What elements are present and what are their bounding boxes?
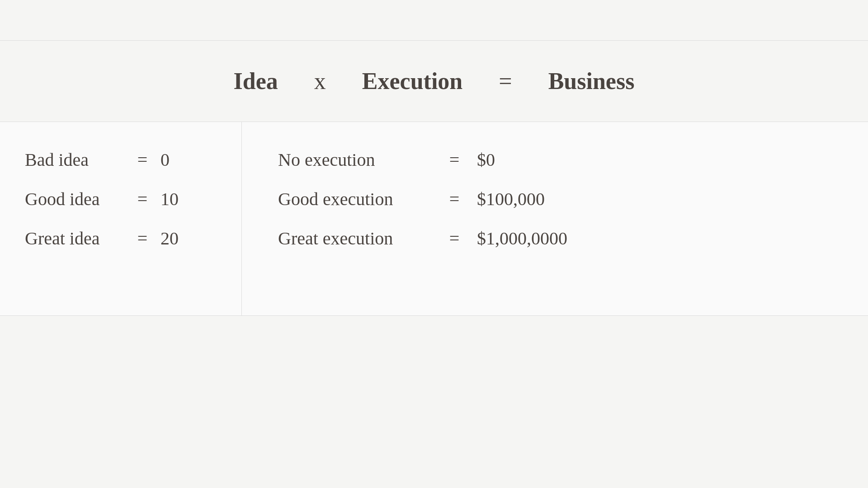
top-bar	[0, 0, 868, 41]
table-row: Great idea = 20	[25, 228, 217, 249]
table-row: Great execution = $1,000,0000	[278, 228, 832, 249]
left-panel: Bad idea = 0 Good idea = 10 Great idea =…	[0, 122, 242, 315]
right-panel: No execution = $0 Good execution = $100,…	[242, 122, 868, 315]
execution-label-none: No execution	[278, 149, 432, 170]
idea-label-great: Great idea	[25, 228, 124, 249]
header-term-idea: Idea	[234, 68, 278, 94]
idea-equals-good: =	[124, 188, 160, 210]
execution-equals-great: =	[432, 228, 477, 249]
header-operator-multiply: x	[314, 68, 326, 94]
table-row: Bad idea = 0	[25, 149, 217, 170]
execution-label-good: Good execution	[278, 188, 432, 210]
idea-value-bad: 0	[160, 149, 170, 170]
idea-label-bad: Bad idea	[25, 149, 124, 170]
header-term-execution: Execution	[362, 68, 462, 94]
execution-equals-good: =	[432, 188, 477, 210]
execution-value-good: $100,000	[477, 188, 545, 210]
execution-value-none: $0	[477, 149, 495, 170]
idea-value-good: 10	[160, 188, 179, 210]
table-row: No execution = $0	[278, 149, 832, 170]
table-row: Good idea = 10	[25, 188, 217, 210]
formula-header: Idea x Execution = Business	[0, 41, 868, 122]
idea-equals-bad: =	[124, 149, 160, 170]
idea-equals-great: =	[124, 228, 160, 249]
idea-value-great: 20	[160, 228, 179, 249]
content-area: Bad idea = 0 Good idea = 10 Great idea =…	[0, 122, 868, 316]
execution-value-great: $1,000,0000	[477, 228, 567, 249]
execution-label-great: Great execution	[278, 228, 432, 249]
table-row: Good execution = $100,000	[278, 188, 832, 210]
header-term-business: Business	[548, 68, 635, 94]
execution-equals-none: =	[432, 149, 477, 170]
header-operator-equals: =	[499, 68, 512, 94]
idea-label-good: Good idea	[25, 188, 124, 210]
